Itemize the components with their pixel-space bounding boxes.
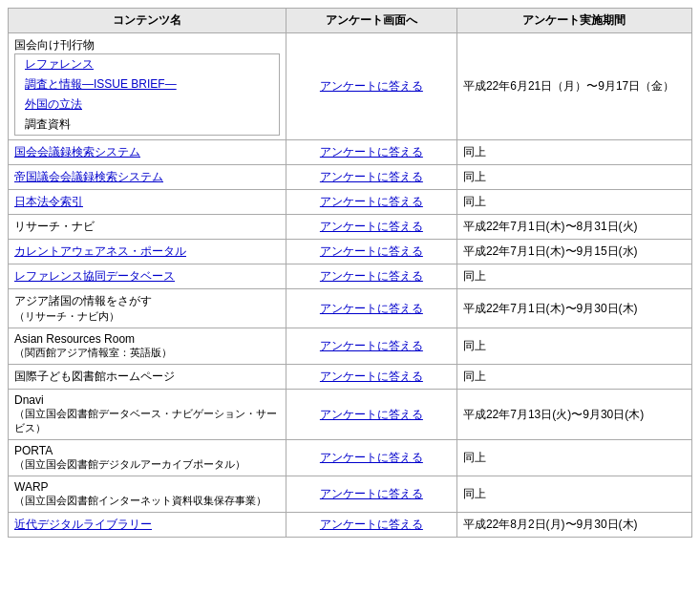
survey-table: コンテンツ名 アンケート画面へ アンケート実施期間 国会向け刊行物レファレンス調… xyxy=(8,8,692,538)
survey-period-cell: 同上 xyxy=(456,328,691,365)
table-row: 国際子ども図書館ホームページアンケートに答える同上 xyxy=(9,365,692,390)
survey-link-anchor[interactable]: アンケートに答える xyxy=(320,518,423,531)
survey-link-cell: アンケートに答える xyxy=(286,190,456,215)
table-row: リサーチ・ナビアンケートに答える平成22年7月1日(木)〜8月31日(火) xyxy=(9,215,692,240)
table-row: 近代デジタルライブラリーアンケートに答える平成22年8月2日(月)〜9月30日(… xyxy=(9,513,692,538)
content-sub2-text: （国立国会図書館インターネット資料収集保存事業） xyxy=(14,495,266,506)
content-name-cell: 国際子ども図書館ホームページ xyxy=(9,365,286,390)
content-main-text: WARP xyxy=(14,480,49,494)
survey-link-anchor[interactable]: アンケートに答える xyxy=(320,145,423,159)
table-row: PORTA（国立国会図書館デジタルアーカイブポータル）アンケートに答える同上 xyxy=(9,440,692,476)
survey-link-anchor[interactable]: アンケートに答える xyxy=(320,408,423,421)
survey-link-anchor[interactable]: アンケートに答える xyxy=(320,170,423,183)
content-main-text: リサーチ・ナビ xyxy=(14,220,95,233)
survey-link-cell: アンケートに答える xyxy=(286,365,456,390)
content-main-link[interactable]: 近代デジタルライブラリー xyxy=(14,518,152,531)
header-content-name: コンテンツ名 xyxy=(9,9,286,33)
table-row: 帝国議会会議録検索システムアンケートに答える同上 xyxy=(9,165,692,190)
content-name-cell: カレントアウェアネス・ポータル xyxy=(9,240,286,264)
content-name-cell: リサーチ・ナビ xyxy=(9,215,286,240)
survey-period-cell: 同上 xyxy=(456,264,691,289)
survey-link-anchor[interactable]: アンケートに答える xyxy=(320,451,423,464)
table-row: カレントアウェアネス・ポータルアンケートに答える平成22年7月1日(木)〜9月1… xyxy=(9,240,692,264)
content-main-link[interactable]: 国会会議録検索システム xyxy=(14,145,140,159)
content-name-cell: PORTA（国立国会図書館デジタルアーカイブポータル） xyxy=(9,440,286,476)
content-sub2-text: （リサーチ・ナビ内） xyxy=(14,310,119,322)
survey-link-anchor[interactable]: アンケートに答える xyxy=(320,487,423,500)
content-sub-link[interactable]: 調査と情報―ISSUE BRIEF― xyxy=(25,77,177,91)
survey-period-cell: 平成22年7月13日(火)〜9月30日(木) xyxy=(456,390,691,440)
content-sub-link[interactable]: レファレンス xyxy=(25,57,94,71)
survey-link-cell: アンケートに答える xyxy=(286,289,456,328)
survey-period-cell: 平成22年7月1日(木)〜9月30日(木) xyxy=(456,289,691,328)
content-name-cell: Asian Resources Room（関西館アジア情報室：英語版） xyxy=(9,328,286,365)
survey-period-cell: 平成22年6月21日（月）〜9月17日（金） xyxy=(456,33,691,140)
survey-period-cell: 同上 xyxy=(456,476,691,513)
survey-link-anchor[interactable]: アンケートに答える xyxy=(320,244,423,258)
survey-link-cell: アンケートに答える xyxy=(286,440,456,476)
survey-link-anchor[interactable]: アンケートに答える xyxy=(320,370,423,383)
content-main-link[interactable]: レファレンス協同データベース xyxy=(14,269,175,283)
survey-link-cell: アンケートに答える xyxy=(286,476,456,513)
content-sub2-text: （国立国会図書館データベース・ナビゲーション・サービス） xyxy=(14,408,277,433)
survey-period-cell: 同上 xyxy=(456,190,691,215)
survey-link-anchor[interactable]: アンケートに答える xyxy=(320,79,423,93)
content-main-text: Dnavi xyxy=(14,393,44,407)
content-sub-link[interactable]: 外国の立法 xyxy=(25,97,82,111)
header-survey-link: アンケート画面へ xyxy=(286,9,456,33)
survey-link-anchor[interactable]: アンケートに答える xyxy=(320,302,423,315)
survey-period-cell: 平成22年8月2日(月)〜9月30日(木) xyxy=(456,513,691,538)
survey-link-cell: アンケートに答える xyxy=(286,513,456,538)
survey-link-cell: アンケートに答える xyxy=(286,390,456,440)
table-row: WARP（国立国会図書館インターネット資料収集保存事業）アンケートに答える同上 xyxy=(9,476,692,513)
content-main-text: 国会向け刊行物 xyxy=(14,38,95,52)
content-name-cell: 帝国議会会議録検索システム xyxy=(9,165,286,190)
header-survey-period: アンケート実施期間 xyxy=(456,9,691,33)
content-main-text: アジア諸国の情報をさがす xyxy=(14,294,152,307)
content-main-text: Asian Resources Room xyxy=(14,332,135,346)
content-sub2-text: （関西館アジア情報室：英語版） xyxy=(14,347,172,358)
content-main-text: 国際子ども図書館ホームページ xyxy=(14,370,175,383)
survey-link-anchor[interactable]: アンケートに答える xyxy=(320,195,423,208)
content-main-link[interactable]: 帝国議会会議録検索システム xyxy=(14,170,163,183)
content-name-cell: Dnavi（国立国会図書館データベース・ナビゲーション・サービス） xyxy=(9,390,286,440)
survey-link-cell: アンケートに答える xyxy=(286,165,456,190)
survey-link-anchor[interactable]: アンケートに答える xyxy=(320,339,423,352)
content-name-cell: 日本法令索引 xyxy=(9,190,286,215)
survey-link-cell: アンケートに答える xyxy=(286,33,456,140)
content-name-cell: 国会会議録検索システム xyxy=(9,140,286,165)
content-name-cell: WARP（国立国会図書館インターネット資料収集保存事業） xyxy=(9,476,286,513)
content-main-link[interactable]: 日本法令索引 xyxy=(14,195,83,208)
survey-period-cell: 平成22年7月1日(木)〜9月15日(水) xyxy=(456,240,691,264)
table-row: 日本法令索引アンケートに答える同上 xyxy=(9,190,692,215)
survey-link-anchor[interactable]: アンケートに答える xyxy=(320,220,423,233)
survey-period-cell: 同上 xyxy=(456,140,691,165)
content-sub2-text: （国立国会図書館デジタルアーカイブポータル） xyxy=(14,458,245,470)
survey-link-cell: アンケートに答える xyxy=(286,264,456,289)
table-row: Dnavi（国立国会図書館データベース・ナビゲーション・サービス）アンケートに答… xyxy=(9,390,692,440)
survey-period-cell: 同上 xyxy=(456,365,691,390)
content-main-link[interactable]: カレントアウェアネス・ポータル xyxy=(14,244,186,258)
survey-period-cell: 同上 xyxy=(456,165,691,190)
table-row: アジア諸国の情報をさがす（リサーチ・ナビ内）アンケートに答える平成22年7月1日… xyxy=(9,289,692,328)
table-row: Asian Resources Room（関西館アジア情報室：英語版）アンケート… xyxy=(9,328,692,365)
table-row: 国会向け刊行物レファレンス調査と情報―ISSUE BRIEF―外国の立法調査資料… xyxy=(9,33,692,140)
content-main-text: PORTA xyxy=(14,444,53,457)
table-row: レファレンス協同データベースアンケートに答える同上 xyxy=(9,264,692,289)
survey-link-cell: アンケートに答える xyxy=(286,328,456,365)
content-name-cell: 国会向け刊行物レファレンス調査と情報―ISSUE BRIEF―外国の立法調査資料 xyxy=(9,33,286,140)
survey-link-cell: アンケートに答える xyxy=(286,140,456,165)
survey-period-cell: 同上 xyxy=(456,440,691,476)
survey-period-cell: 平成22年7月1日(木)〜8月31日(火) xyxy=(456,215,691,240)
survey-link-anchor[interactable]: アンケートに答える xyxy=(320,269,423,283)
main-container: コンテンツ名 アンケート画面へ アンケート実施期間 国会向け刊行物レファレンス調… xyxy=(0,0,700,545)
survey-link-cell: アンケートに答える xyxy=(286,215,456,240)
content-name-cell: レファレンス協同データベース xyxy=(9,264,286,289)
content-sub-text: 調査資料 xyxy=(15,115,280,136)
survey-link-cell: アンケートに答える xyxy=(286,240,456,264)
content-name-cell: アジア諸国の情報をさがす（リサーチ・ナビ内） xyxy=(9,289,286,328)
table-row: 国会会議録検索システムアンケートに答える同上 xyxy=(9,140,692,165)
content-name-cell: 近代デジタルライブラリー xyxy=(9,513,286,538)
